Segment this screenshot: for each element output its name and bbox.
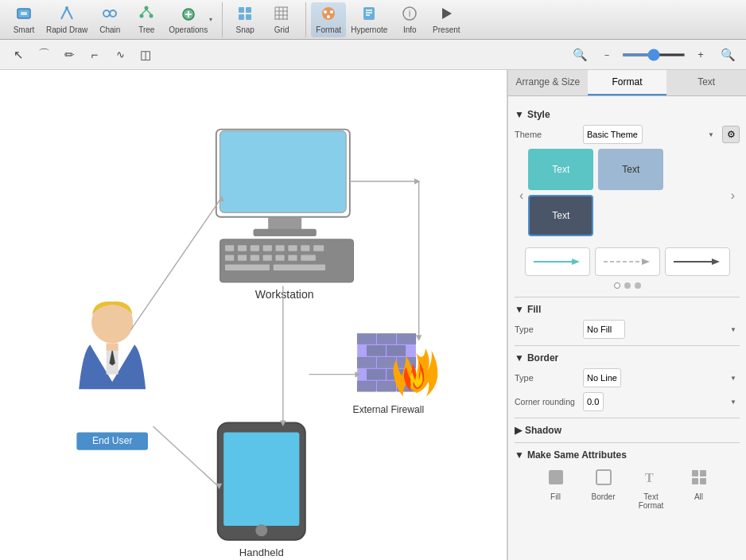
same-attrs-grid: Fill Border T Text Format	[515, 465, 740, 513]
style-section-header[interactable]: ▼ Style	[515, 109, 740, 120]
present-label: Present	[433, 25, 460, 34]
svg-rect-17	[246, 14, 251, 20]
page-dot-2[interactable]	[624, 282, 631, 289]
svg-marker-103	[712, 259, 720, 265]
info-button[interactable]: i Info	[392, 2, 427, 37]
zoom-in-button[interactable]: −	[595, 44, 619, 66]
svg-rect-82	[223, 432, 299, 526]
border-section-header[interactable]: ▼ Border	[515, 352, 740, 364]
angle-tool[interactable]: ⌐	[83, 44, 107, 66]
present-button[interactable]: Present	[429, 2, 464, 37]
border-type-select[interactable]: No Line Solid Dashed	[583, 368, 621, 387]
rapid-draw-button[interactable]: Rapid Draw	[43, 2, 91, 37]
theme-row: Theme Basic Theme Modern Classic ⚙	[515, 125, 740, 144]
svg-rect-46	[276, 245, 285, 251]
curve-tool[interactable]: ⌒	[32, 44, 56, 66]
svg-rect-40	[254, 229, 317, 236]
style-cards: Text Text Text	[528, 149, 725, 236]
corner-select[interactable]: 0.0 2.0 4.0	[583, 392, 604, 411]
svg-point-3	[103, 10, 110, 17]
zoom-out-button[interactable]: 🔍	[568, 44, 592, 66]
hypernote-icon	[360, 5, 378, 25]
pointer-tool[interactable]: ↖	[6, 44, 30, 66]
svg-rect-109	[700, 470, 706, 476]
shadow-label: Shadow	[525, 425, 561, 436]
smart-button[interactable]: Smart	[6, 2, 41, 37]
zoom-plus-button[interactable]: +	[689, 44, 713, 66]
svg-rect-108	[692, 470, 698, 476]
chain-button[interactable]: Chain	[92, 2, 127, 37]
theme-gear-button[interactable]: ⚙	[722, 126, 740, 143]
smart-icon	[15, 5, 33, 25]
operations-label: Operations	[169, 25, 208, 34]
svg-rect-104	[549, 470, 563, 484]
svg-rect-58	[274, 265, 325, 270]
page-dot-1[interactable]	[614, 282, 620, 289]
right-panel: Arrange & Size Format Text ▼ Style Theme	[507, 70, 746, 560]
arrow-card-1[interactable]	[525, 247, 590, 276]
same-fill-button[interactable]: Fill	[536, 469, 576, 510]
same-text-format-button[interactable]: T Text Format	[631, 469, 671, 510]
tab-format[interactable]: Format	[588, 70, 667, 95]
svg-rect-42	[225, 245, 234, 251]
svg-text:External Firewall: External Firewall	[353, 404, 425, 415]
tab-text[interactable]: Text	[666, 70, 746, 95]
fill-section-header[interactable]: ▼ Fill	[515, 304, 740, 315]
grid-button[interactable]: Grid	[264, 2, 299, 37]
theme-select[interactable]: Basic Theme Modern Classic	[583, 125, 643, 144]
theme-label: Theme	[515, 130, 578, 139]
same-border-button[interactable]: Border	[584, 469, 624, 510]
same-attrs-header[interactable]: ▼ Make Same Attributes	[515, 449, 740, 461]
svg-text:Workstation: Workstation	[255, 288, 314, 301]
bezier-tool[interactable]: ∿	[108, 44, 132, 66]
fill-type-select-wrapper: No Fill Solid Gradient	[583, 320, 740, 339]
style-section: ▼ Style Theme Basic Theme Modern Classic…	[515, 109, 740, 289]
border-section: ▼ Border Type No Line Solid Dashed Corne…	[515, 352, 740, 411]
style-next-button[interactable]: ›	[726, 189, 740, 203]
svg-marker-89	[416, 335, 422, 340]
tab-arrange[interactable]: Arrange & Size	[508, 70, 588, 95]
canvas[interactable]: Workstation End User	[0, 70, 507, 560]
svg-point-7	[145, 6, 149, 10]
fill-arrow: ▼	[515, 304, 524, 315]
svg-rect-110	[692, 478, 698, 484]
pencil-tool[interactable]: ✏	[57, 44, 81, 66]
shape-tool[interactable]: ◫	[134, 44, 157, 66]
tree-button[interactable]: Tree	[129, 2, 164, 37]
zoom-slider[interactable]	[622, 53, 686, 56]
svg-text:T: T	[645, 471, 654, 484]
zoom-fit-button[interactable]: 🔍	[716, 44, 740, 66]
svg-rect-54	[276, 255, 285, 260]
svg-rect-51	[238, 255, 247, 260]
snap-button[interactable]: Snap	[227, 2, 262, 37]
operations-icon	[180, 6, 197, 25]
operations-button[interactable]: Operations ▾	[165, 2, 216, 37]
svg-rect-39	[268, 217, 301, 231]
hypernote-button[interactable]: Hypernote	[348, 2, 390, 37]
corner-label: Corner rounding	[515, 397, 578, 406]
pagination-dots	[515, 282, 740, 289]
svg-text:End User: End User	[92, 435, 133, 446]
svg-text:i: i	[409, 8, 411, 19]
shadow-section-header[interactable]: ▶ Shadow	[515, 425, 740, 436]
same-all-button[interactable]: All	[679, 469, 719, 510]
grid-label: Grid	[274, 25, 289, 34]
style-card-1[interactable]: Text	[528, 149, 593, 190]
fill-type-select[interactable]: No Fill Solid Gradient	[583, 320, 625, 339]
style-card-2[interactable]: Text	[598, 149, 663, 190]
arrow-card-2[interactable]	[595, 247, 660, 276]
toolbar: Smart Rapid Draw Chain Tree O	[0, 0, 746, 40]
arrow-card-3[interactable]	[665, 247, 730, 276]
corner-rounding-row: Corner rounding 0.0 2.0 4.0	[515, 392, 740, 411]
svg-rect-44	[251, 245, 259, 251]
style-card-3[interactable]: Text	[528, 195, 593, 236]
svg-line-92	[153, 426, 218, 486]
svg-rect-50	[225, 255, 234, 260]
style-prev-button[interactable]: ‹	[515, 189, 528, 203]
style-label: Style	[527, 109, 550, 120]
format-button[interactable]: Format	[311, 2, 346, 37]
svg-point-29	[327, 15, 330, 18]
page-dot-3[interactable]	[635, 282, 641, 289]
fill-type-row: Type No Fill Solid Gradient	[515, 320, 740, 339]
theme-select-wrapper: Basic Theme Modern Classic	[583, 125, 717, 144]
